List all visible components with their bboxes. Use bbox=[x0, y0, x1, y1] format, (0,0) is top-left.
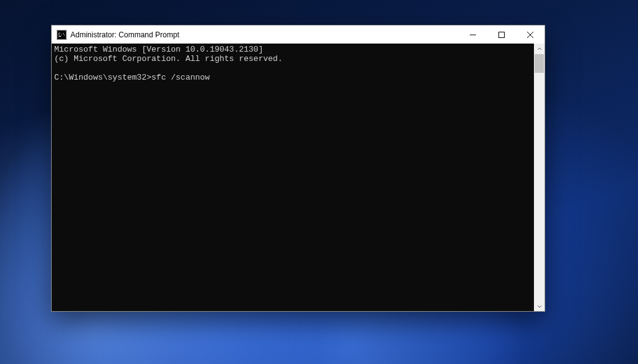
terminal-output[interactable]: Microsoft Windows [Version 10.0.19043.21… bbox=[52, 44, 534, 311]
scroll-thumb[interactable] bbox=[535, 54, 544, 73]
command-prompt-icon: C:\ bbox=[57, 30, 67, 40]
window-controls bbox=[459, 26, 545, 44]
minimize-button[interactable] bbox=[459, 26, 487, 44]
maximize-button[interactable] bbox=[487, 26, 516, 44]
window-title: Administrator: Command Prompt bbox=[70, 30, 179, 39]
titlebar[interactable]: C:\ Administrator: Command Prompt bbox=[52, 26, 545, 44]
terminal-line: (c) Microsoft Corporation. All rights re… bbox=[54, 54, 283, 63]
vertical-scrollbar[interactable] bbox=[534, 44, 545, 311]
command-prompt-window: C:\ Administrator: Command Prompt bbox=[51, 25, 545, 312]
desktop-wallpaper: C:\ Administrator: Command Prompt bbox=[0, 0, 638, 364]
svg-rect-3 bbox=[59, 36, 61, 37]
close-button[interactable] bbox=[516, 26, 545, 44]
terminal-line: Microsoft Windows [Version 10.0.19043.21… bbox=[54, 45, 263, 54]
terminal-command: sfc /scannow bbox=[151, 73, 210, 82]
terminal-prompt: C:\Windows\system32> bbox=[54, 73, 151, 82]
svg-text:C:\: C:\ bbox=[59, 32, 65, 36]
scroll-down-arrow-icon[interactable] bbox=[534, 301, 545, 311]
svg-rect-5 bbox=[499, 32, 505, 37]
window-client-area: Microsoft Windows [Version 10.0.19043.21… bbox=[52, 44, 545, 311]
scroll-up-arrow-icon[interactable] bbox=[534, 44, 545, 54]
